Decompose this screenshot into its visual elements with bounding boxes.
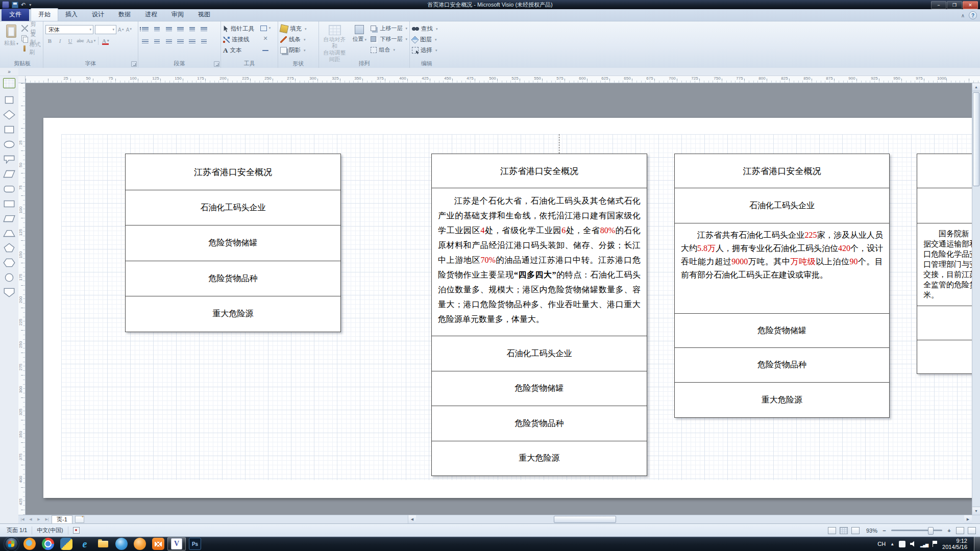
- flow-shape-box[interactable]: 重大危险源: [431, 441, 647, 476]
- flow-shape-box[interactable]: 石油化工码头企业: [125, 190, 341, 226]
- ime-language-indicator[interactable]: CH: [877, 541, 886, 547]
- close-button[interactable]: ✕: [963, 1, 978, 9]
- shape-rect-icon[interactable]: [3, 198, 16, 209]
- insert-page-button[interactable]: [75, 516, 84, 523]
- zoom-slider-thumb[interactable]: [928, 527, 934, 535]
- format-painter-button[interactable]: 格式刷: [21, 44, 41, 53]
- taskbar-visio-button[interactable]: [167, 537, 186, 550]
- stencil-icon[interactable]: [3, 78, 15, 88]
- bullets-button[interactable]: [140, 25, 150, 34]
- flow-shape-box[interactable]: [917, 340, 972, 374]
- font-size-combo[interactable]: ▾: [95, 25, 116, 34]
- network-icon[interactable]: [920, 539, 928, 548]
- tab-审阅[interactable]: 审阅: [164, 9, 191, 21]
- page-tab[interactable]: 页-1: [52, 515, 72, 524]
- taskbar-folder-button[interactable]: [94, 537, 112, 550]
- pan-zoom-window-icon[interactable]: [840, 527, 848, 534]
- flow-shape-box[interactable]: 江苏省港口安全概况: [431, 154, 647, 188]
- shape-parallelogram-icon[interactable]: [3, 168, 16, 180]
- flow-shape-box[interactable]: 危险货物品种: [125, 261, 341, 296]
- increase-indent-button[interactable]: [164, 25, 174, 34]
- taskbar-chrome-button[interactable]: [39, 537, 57, 550]
- vertical-scrollbar[interactable]: ▲ ▼: [972, 83, 980, 515]
- shape-bold-rect-icon[interactable]: [3, 124, 16, 135]
- vertical-scroll-thumb[interactable]: [973, 92, 979, 186]
- shape-shield-icon[interactable]: [3, 287, 16, 298]
- shadow-button[interactable]: 阴影▾: [280, 45, 316, 55]
- increase-font-size-button[interactable]: A▲: [118, 27, 125, 33]
- action-center-flag-icon[interactable]: [933, 541, 938, 547]
- layers-button[interactable]: 图层▾: [412, 35, 442, 44]
- first-page-button[interactable]: |◀: [18, 517, 27, 521]
- horizontal-scroll-thumb[interactable]: [554, 516, 616, 523]
- shape-pentagon-icon[interactable]: [3, 242, 16, 254]
- pointer-tool-button[interactable]: 指针工具: [223, 24, 254, 34]
- freeform-tool-button[interactable]: [259, 44, 272, 53]
- canvas[interactable]: 江苏省港口安全概况石油化工码头企业危险货物储罐危险货物品种重大危险源 江苏省港口…: [26, 83, 972, 515]
- decrease-font-size-button[interactable]: A▼: [126, 27, 133, 33]
- page-indicator[interactable]: 页面 1/1: [2, 527, 32, 534]
- flow-shape-box[interactable]: 江苏省港口安全概况: [125, 154, 341, 190]
- taskbar-firefox-button[interactable]: [20, 537, 39, 550]
- language-indicator[interactable]: 中文(中国): [32, 527, 67, 534]
- shape-diamond-icon[interactable]: [3, 109, 16, 120]
- scroll-right-icon[interactable]: ▶: [964, 515, 972, 523]
- strikethrough-button[interactable]: abc: [76, 36, 85, 45]
- flow-text-box[interactable]: 江苏是个石化大省，石油化工码头及其仓储式石化产业的基础支撑和生命线，依托沿江港口…: [431, 188, 647, 336]
- taskbar-internet-explorer-button[interactable]: [76, 537, 94, 550]
- connection-point-button[interactable]: ✕: [259, 34, 272, 43]
- maximize-button[interactable]: ❐: [947, 1, 962, 9]
- scroll-left-icon[interactable]: ◀: [408, 515, 416, 523]
- full-screen-icon[interactable]: [968, 527, 976, 534]
- flow-shape-box[interactable]: 石油化工码头企业: [431, 336, 647, 371]
- zoom-slider[interactable]: [891, 530, 942, 531]
- font-color-button[interactable]: A▾: [101, 36, 110, 45]
- align-right-button[interactable]: [164, 37, 174, 46]
- find-button[interactable]: 查找▾: [412, 24, 442, 34]
- fill-button[interactable]: 填充▾: [280, 24, 316, 34]
- show-desktop-button[interactable]: [974, 537, 980, 551]
- italic-button[interactable]: I: [56, 36, 64, 45]
- hidden-icons-chevron-icon[interactable]: ▲: [890, 542, 894, 546]
- tab-file[interactable]: 文件: [2, 9, 29, 21]
- shape-slanted-icon[interactable]: [3, 213, 16, 224]
- shape-square-icon[interactable]: [3, 94, 16, 106]
- shape-ellipse-icon[interactable]: [3, 139, 16, 150]
- last-page-button[interactable]: ▶|: [43, 517, 51, 521]
- font-name-combo[interactable]: 宋体▾: [45, 25, 93, 34]
- tab-数据[interactable]: 数据: [111, 9, 138, 21]
- underline-button[interactable]: U: [66, 36, 75, 45]
- flow-shape-box[interactable]: 危险货物储罐: [125, 225, 341, 261]
- bold-button[interactable]: B: [45, 36, 54, 45]
- taskbar-photoshop-button[interactable]: [186, 537, 204, 550]
- switch-windows-icon[interactable]: [851, 527, 860, 534]
- minimize-ribbon-icon[interactable]: ∧: [961, 13, 965, 18]
- shape-circle-icon[interactable]: [3, 272, 16, 283]
- justify-button[interactable]: [176, 37, 185, 46]
- zoom-out-button[interactable]: −: [881, 528, 888, 534]
- flow-shape-box[interactable]: 石油化工码头企业: [674, 188, 890, 223]
- drawing-page[interactable]: 江苏省港口安全概况石油化工码头企业危险货物储罐危险货物品种重大危险源 江苏省港口…: [43, 118, 972, 498]
- flow-shape-box[interactable]: 危险货物品种: [431, 406, 647, 441]
- scroll-up-icon[interactable]: ▲: [972, 83, 980, 91]
- tab-开始[interactable]: 开始: [31, 8, 58, 21]
- tab-设计[interactable]: 设计: [85, 9, 111, 21]
- flow-shape-box[interactable]: 危险货物品种: [674, 347, 890, 383]
- flow-shape-box[interactable]: [917, 188, 972, 223]
- shape-trapezoid-icon[interactable]: [3, 228, 16, 239]
- connector-button[interactable]: 连接线: [223, 35, 254, 44]
- align-top-button[interactable]: [187, 25, 197, 34]
- whole-page-view-icon[interactable]: [828, 527, 836, 534]
- taskbar-mail-button[interactable]: [149, 537, 167, 550]
- change-case-button[interactable]: Aa▾: [86, 36, 95, 45]
- flow-shape-box[interactable]: 江苏省港口安全概况: [674, 154, 890, 188]
- tab-视图[interactable]: 视图: [191, 9, 217, 21]
- taskbar-blue-globe-button[interactable]: [112, 537, 131, 550]
- align-center-button[interactable]: [152, 37, 162, 46]
- scroll-down-icon[interactable]: ▼: [972, 507, 980, 515]
- decrease-indent-button[interactable]: [152, 25, 162, 34]
- zoom-in-button[interactable]: +: [946, 528, 952, 534]
- previous-page-button[interactable]: ◀: [27, 517, 35, 521]
- next-page-button[interactable]: ▶: [35, 517, 43, 521]
- paste-button[interactable]: 粘贴▾: [4, 23, 19, 47]
